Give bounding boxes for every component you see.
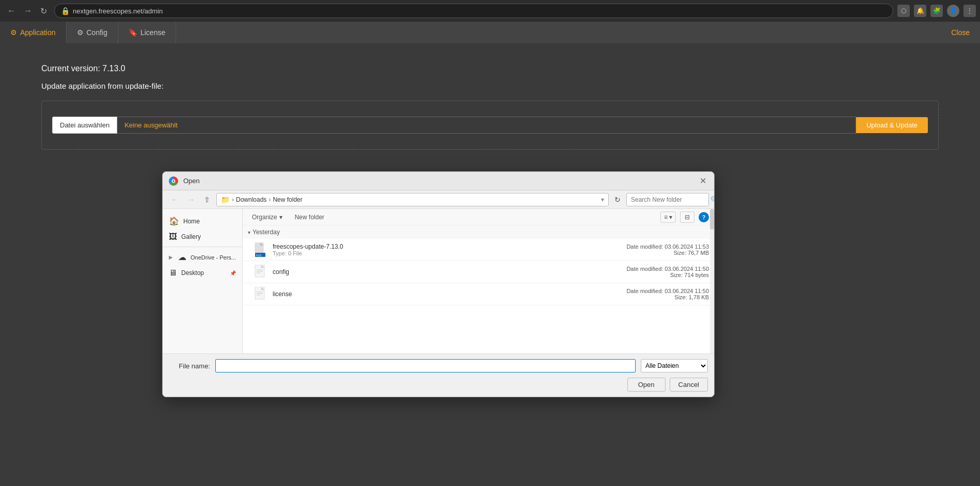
onedrive-icon: ☁ bbox=[178, 252, 186, 262]
view-chevron-icon: ▾ bbox=[669, 214, 672, 221]
scrollbar-track[interactable] bbox=[710, 209, 714, 353]
sidebar-item-home[interactable]: 🏠 Home bbox=[163, 213, 242, 229]
browser-nav-buttons: ← → ↻ bbox=[4, 4, 50, 18]
tab-application-label: Application bbox=[20, 28, 56, 37]
dialog-filelist: Organize ▾ New folder ≡ ▾ ⊟ ? ▾ Yesterda… bbox=[243, 209, 714, 353]
dialog-title: Open bbox=[183, 177, 692, 185]
forward-button[interactable]: → bbox=[21, 4, 35, 18]
gallery-icon: 🖼 bbox=[169, 232, 177, 241]
reload-button[interactable]: ↻ bbox=[37, 4, 50, 18]
organize-chevron-icon: ▾ bbox=[279, 214, 282, 221]
freescopes-meta: Date modified: 03.06.2024 11:53 Size: 76… bbox=[626, 244, 709, 256]
nav-back-button[interactable]: ← bbox=[168, 193, 181, 206]
update-box: Datei auswählen Keine ausgewählt Upload … bbox=[41, 101, 939, 150]
sidebar-desktop-label: Desktop bbox=[181, 269, 204, 277]
scrollbar-thumb[interactable] bbox=[710, 209, 714, 230]
dialog-titlebar: Open ✕ bbox=[163, 172, 714, 190]
dialog-cancel-button[interactable]: Cancel bbox=[670, 378, 708, 392]
freescopes-type: Type: 0 File bbox=[273, 250, 626, 256]
tab-config[interactable]: ⚙ Config bbox=[67, 22, 118, 43]
organize-button[interactable]: Organize ▾ bbox=[248, 212, 287, 222]
choose-file-button[interactable]: Datei auswählen bbox=[52, 117, 117, 134]
config-date: Date modified: 03.06.2024 11:50 bbox=[626, 266, 709, 272]
refresh-button[interactable]: ↻ bbox=[612, 194, 623, 205]
sidebar-item-gallery[interactable]: 🖼 Gallery bbox=[163, 229, 242, 245]
file-group-label: Yesterday bbox=[252, 229, 280, 236]
file-name-display: Keine ausgewählt bbox=[117, 117, 856, 134]
freescopes-filename: freescopes-update-7.13.0 bbox=[273, 243, 626, 250]
file-input-row: Datei auswählen Keine ausgewählt Upload … bbox=[52, 117, 928, 134]
extension-icon-2[interactable]: 🔔 bbox=[914, 5, 926, 17]
license-size: Size: 1,78 KB bbox=[626, 294, 709, 300]
view-list-button[interactable]: ≡ ▾ bbox=[660, 212, 676, 223]
dialog-footer: File name: Alle Dateien Open Cancel bbox=[163, 353, 714, 397]
dialog-sidebar: 🏠 Home 🖼 Gallery ▶ ☁ OneDrive - Pers... … bbox=[163, 209, 243, 353]
upload-update-button[interactable]: Upload & Update bbox=[856, 117, 928, 133]
license-meta: Date modified: 03.06.2024 11:50 Size: 1,… bbox=[626, 288, 709, 300]
view-preview-button[interactable]: ⊟ bbox=[680, 212, 694, 223]
breadcrumb-new-folder[interactable]: New folder bbox=[273, 196, 302, 203]
sidebar-onedrive-label: OneDrive - Pers... bbox=[191, 254, 236, 261]
nav-forward-button[interactable]: → bbox=[184, 193, 198, 206]
breadcrumb-downloads[interactable]: Downloads bbox=[236, 196, 266, 203]
filename-row: File name: Alle Dateien bbox=[169, 359, 708, 372]
config-filename: config bbox=[273, 268, 626, 276]
file-icon-license bbox=[253, 286, 267, 302]
extension-icon-1[interactable]: ⬡ bbox=[897, 5, 910, 17]
breadcrumb-separator-2: › bbox=[268, 196, 271, 203]
sidebar-gallery-label: Gallery bbox=[181, 233, 201, 240]
dialog-close-button[interactable]: ✕ bbox=[698, 176, 708, 186]
url-text: nextgen.freescopes.net/admin bbox=[73, 7, 163, 15]
home-icon: 🏠 bbox=[169, 216, 179, 226]
sidebar-divider bbox=[163, 247, 242, 247]
svg-text:FILE: FILE bbox=[256, 254, 262, 257]
license-date: Date modified: 03.06.2024 11:50 bbox=[626, 288, 709, 294]
config-file-info: config bbox=[273, 268, 626, 276]
new-folder-button[interactable]: New folder bbox=[291, 212, 328, 222]
search-box: 🔍 bbox=[626, 193, 709, 206]
app-tabs: ⚙ Application ⚙ Config 🔖 License Close bbox=[0, 22, 980, 43]
pin-icon: 📌 bbox=[230, 270, 236, 276]
dialog-open-button[interactable]: Open bbox=[627, 378, 666, 392]
tab-license[interactable]: 🔖 License bbox=[118, 22, 176, 43]
onedrive-expand-icon: ▶ bbox=[169, 254, 173, 260]
file-item-config[interactable]: config Date modified: 03.06.2024 11:50 S… bbox=[243, 261, 714, 283]
filename-label: File name: bbox=[169, 362, 210, 370]
tab-license-label: License bbox=[140, 28, 165, 37]
file-item-freescopes[interactable]: FILE freescopes-update-7.13.0 Type: 0 Fi… bbox=[243, 239, 714, 261]
back-button[interactable]: ← bbox=[4, 4, 19, 18]
tab-application[interactable]: ⚙ Application bbox=[0, 22, 67, 43]
application-tab-icon: ⚙ bbox=[10, 28, 17, 37]
group-chevron-icon: ▾ bbox=[248, 230, 250, 235]
nav-up-button[interactable]: ⇧ bbox=[201, 193, 213, 206]
file-item-license[interactable]: license Date modified: 03.06.2024 11:50 … bbox=[243, 283, 714, 305]
open-dialog: Open ✕ ← → ⇧ 📁 › Downloads › New folder … bbox=[162, 171, 715, 397]
breadcrumb-dropdown-button[interactable]: ▾ bbox=[601, 196, 604, 203]
extension-icon-3[interactable]: 🧩 bbox=[930, 5, 943, 17]
sidebar-home-label: Home bbox=[183, 218, 200, 225]
organize-label: Organize bbox=[252, 214, 277, 221]
close-button[interactable]: Close bbox=[941, 22, 980, 43]
svg-rect-1 bbox=[255, 242, 260, 246]
browser-chrome: ← → ↻ 🔒 nextgen.freescopes.net/admin ⬡ 🔔… bbox=[0, 0, 980, 22]
license-filename: license bbox=[273, 290, 626, 298]
sidebar-item-onedrive[interactable]: ▶ ☁ OneDrive - Pers... bbox=[163, 249, 242, 265]
folder-icon: 📁 bbox=[221, 196, 230, 204]
profile-icon[interactable]: 👤 bbox=[947, 5, 959, 17]
update-label: Update application from update-file: bbox=[41, 82, 939, 90]
tab-config-label: Config bbox=[87, 28, 107, 37]
search-input[interactable] bbox=[631, 196, 708, 203]
help-button[interactable]: ? bbox=[699, 212, 709, 222]
filetype-select[interactable]: Alle Dateien bbox=[641, 359, 708, 372]
more-icon[interactable]: ⋮ bbox=[963, 5, 976, 17]
address-bar[interactable]: 🔒 nextgen.freescopes.net/admin bbox=[54, 4, 893, 18]
freescopes-file-info: freescopes-update-7.13.0 Type: 0 File bbox=[273, 243, 626, 256]
file-icon-config bbox=[253, 264, 267, 280]
desktop-icon: 🖥 bbox=[169, 268, 177, 278]
sidebar-item-desktop[interactable]: 🖥 Desktop 📌 bbox=[163, 265, 242, 281]
freescopes-size-label: Size: 76,7 MB bbox=[626, 250, 709, 256]
config-meta: Date modified: 03.06.2024 11:50 Size: 71… bbox=[626, 266, 709, 278]
filename-input[interactable] bbox=[215, 359, 636, 372]
license-file-info: license bbox=[273, 290, 626, 298]
view-list-icon: ≡ bbox=[664, 214, 668, 221]
